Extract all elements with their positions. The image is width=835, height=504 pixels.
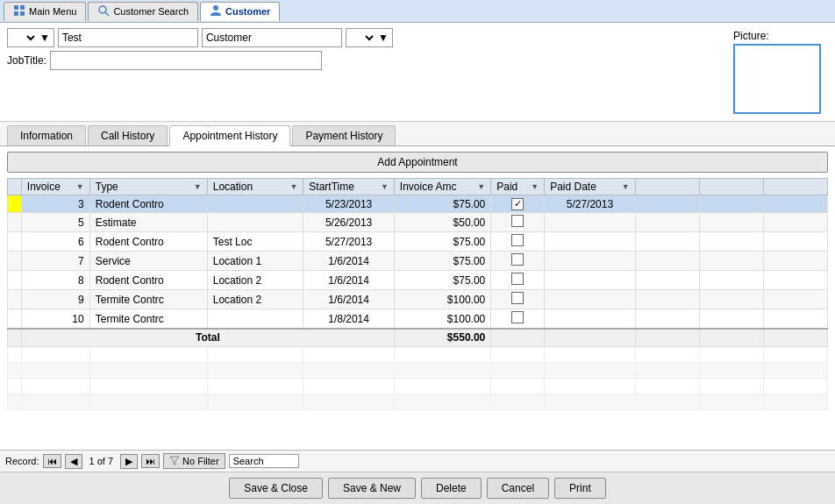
cancel-button[interactable]: Cancel bbox=[487, 478, 549, 499]
paid-sort-icon: ▼ bbox=[531, 182, 539, 191]
empty-cell bbox=[635, 346, 699, 362]
empty-cell bbox=[545, 346, 636, 362]
col-header-starttime[interactable]: StartTime ▼ bbox=[303, 179, 395, 195]
tab-appointment-history[interactable]: Appointment History bbox=[169, 125, 290, 146]
cell-paid[interactable] bbox=[491, 213, 545, 232]
col-header-paiddate[interactable]: Paid Date ▼ bbox=[545, 179, 636, 195]
suffix-dropdown[interactable]: Jr ▼ bbox=[346, 28, 393, 47]
total-extra bbox=[699, 329, 763, 346]
checkbox-unchecked[interactable] bbox=[511, 273, 524, 285]
cell-starttime: 1/6/2014 bbox=[303, 290, 395, 309]
save-close-button[interactable]: Save & Close bbox=[229, 478, 323, 499]
cell-paid[interactable] bbox=[491, 271, 545, 290]
nav-first-button[interactable]: ⏮ bbox=[43, 454, 61, 468]
extra-col-2 bbox=[699, 179, 763, 195]
empty-cell bbox=[303, 394, 395, 409]
cell-paid[interactable] bbox=[491, 309, 545, 330]
cell-type: Termite Contrc bbox=[89, 290, 207, 309]
row-indicator bbox=[8, 290, 22, 309]
cell-type: Termite Contrc bbox=[89, 309, 207, 330]
cell-type: Estimate bbox=[89, 213, 207, 232]
prefix-dropdown[interactable]: Mr Mrs ▼ bbox=[7, 28, 54, 47]
cell-paid[interactable]: ✓ bbox=[491, 195, 545, 213]
cell-type: Rodent Contro bbox=[89, 232, 207, 252]
tab-customer[interactable]: Customer bbox=[200, 2, 280, 21]
total-amount: $550.00 bbox=[394, 329, 490, 346]
table-row[interactable]: 5Estimate5/26/2013$50.00 bbox=[8, 213, 828, 232]
cell-invoice: 6 bbox=[21, 232, 89, 252]
print-button[interactable]: Print bbox=[554, 478, 606, 499]
extra-col-3 bbox=[763, 179, 827, 195]
content-tabs: Information Call History Appointment His… bbox=[0, 122, 835, 146]
cell-amount: $75.00 bbox=[394, 252, 490, 271]
col-header-amount[interactable]: Invoice Amc ▼ bbox=[394, 179, 490, 195]
prefix-select[interactable]: Mr Mrs bbox=[11, 31, 38, 45]
col-header-type[interactable]: Type ▼ bbox=[89, 179, 207, 195]
checkbox-unchecked[interactable] bbox=[511, 292, 524, 304]
empty-cell bbox=[394, 362, 490, 378]
add-appointment-button[interactable]: Add Appointment bbox=[7, 152, 828, 173]
svg-rect-0 bbox=[14, 5, 18, 10]
jobtitle-input[interactable] bbox=[50, 51, 322, 70]
record-nav: Record: ⏮ ◀ 1 of 7 ▶ ⏭ No Filter bbox=[0, 450, 835, 472]
nav-next-button[interactable]: ▶ bbox=[120, 454, 138, 469]
delete-button[interactable]: Delete bbox=[421, 478, 482, 499]
grid-icon bbox=[13, 4, 25, 18]
total-extra bbox=[491, 329, 545, 346]
col-header-paid[interactable]: Paid ▼ bbox=[491, 179, 545, 195]
cell-paid[interactable] bbox=[491, 232, 545, 252]
tab-customer-search[interactable]: Customer Search bbox=[88, 2, 198, 21]
tab-information[interactable]: Information bbox=[7, 125, 86, 146]
suffix-select[interactable]: Jr bbox=[350, 31, 376, 45]
nav-last-button[interactable]: ⏭ bbox=[141, 454, 160, 468]
empty-cell bbox=[89, 362, 207, 378]
cell-extra bbox=[763, 213, 827, 232]
search-input[interactable] bbox=[229, 454, 299, 468]
table-row[interactable]: 10Termite Contrc1/8/2014$100.00 bbox=[8, 309, 828, 330]
total-label: Total bbox=[21, 329, 394, 346]
table-row[interactable]: 7ServiceLocation 11/6/2014$75.00 bbox=[8, 252, 828, 271]
checkbox-unchecked[interactable] bbox=[511, 215, 524, 227]
cell-amount: $50.00 bbox=[394, 213, 490, 232]
col-header-invoice[interactable]: Invoice ▼ bbox=[21, 179, 89, 195]
save-new-button[interactable]: Save & New bbox=[328, 478, 416, 499]
tab-call-history[interactable]: Call History bbox=[88, 125, 168, 146]
cell-starttime: 1/6/2014 bbox=[303, 271, 395, 290]
checkbox-unchecked[interactable] bbox=[511, 234, 524, 246]
tab-main-menu[interactable]: Main Menu bbox=[4, 2, 86, 21]
cell-extra bbox=[635, 309, 699, 330]
tab-payment-history[interactable]: Payment History bbox=[292, 125, 396, 146]
checkbox-unchecked[interactable] bbox=[511, 253, 524, 266]
empty-cell bbox=[699, 378, 763, 394]
table-row[interactable]: 3Rodent Contro5/23/2013$75.00✓5/27/2013 bbox=[8, 195, 828, 213]
table-row[interactable]: 9Termite ContrcLocation 21/6/2014$100.00 bbox=[8, 290, 828, 309]
table-row[interactable]: 6Rodent ControTest Loc5/27/2013$75.00 bbox=[8, 232, 828, 252]
amount-sort-icon: ▼ bbox=[477, 182, 485, 191]
first-name-input[interactable] bbox=[58, 28, 198, 47]
jobtitle-label: JobTitle: bbox=[7, 54, 46, 67]
last-name-input[interactable] bbox=[202, 28, 342, 47]
row-indicator bbox=[8, 309, 22, 330]
empty-cell bbox=[21, 394, 89, 409]
table-row[interactable]: 8Rodent ControLocation 21/6/2014$75.00 bbox=[8, 271, 828, 290]
empty-row bbox=[8, 394, 828, 409]
cell-paid[interactable] bbox=[491, 252, 545, 271]
empty-cell bbox=[491, 362, 545, 378]
checkbox-unchecked[interactable] bbox=[511, 311, 524, 323]
col-header-location[interactable]: Location ▼ bbox=[207, 179, 303, 195]
svg-line-5 bbox=[105, 12, 109, 16]
cell-extra bbox=[763, 232, 827, 252]
cell-extra bbox=[763, 290, 827, 309]
cell-starttime: 5/27/2013 bbox=[303, 232, 395, 252]
cell-paiddate: 5/27/2013 bbox=[545, 195, 636, 213]
cell-paid[interactable] bbox=[491, 290, 545, 309]
cell-starttime: 1/6/2014 bbox=[303, 252, 395, 271]
cell-extra bbox=[763, 195, 827, 213]
cell-amount: $75.00 bbox=[394, 232, 490, 252]
checkbox-checked[interactable]: ✓ bbox=[511, 198, 524, 210]
cell-location: Location 2 bbox=[207, 290, 303, 309]
empty-cell bbox=[491, 346, 545, 362]
nav-prev-button[interactable]: ◀ bbox=[65, 454, 82, 469]
empty-cell bbox=[635, 394, 699, 409]
total-extra bbox=[763, 329, 827, 346]
